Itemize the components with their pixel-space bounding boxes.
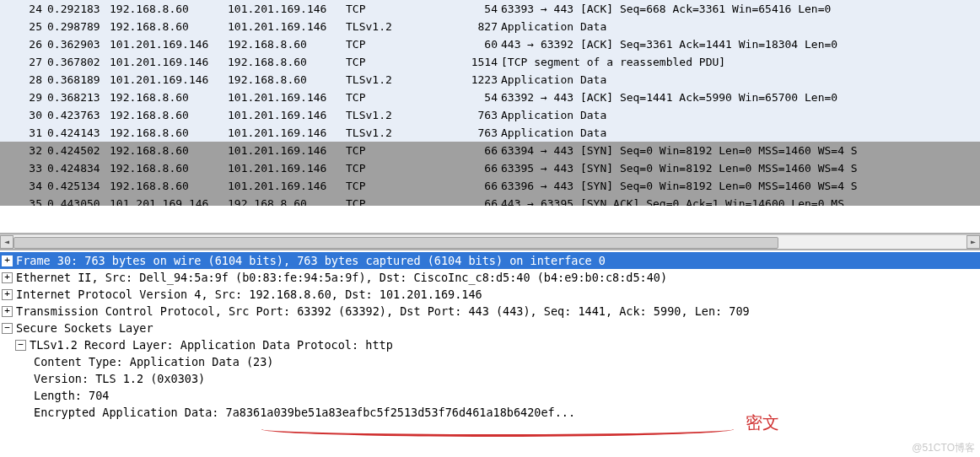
hscroll-left-button[interactable]: ◄ <box>0 235 13 249</box>
packet-time: 0.368213 <box>47 89 110 106</box>
packet-time: 0.298789 <box>47 18 110 35</box>
details-version-row[interactable]: Version: TLS 1.2 (0x0303) <box>0 370 980 387</box>
details-tcp-row[interactable]: + Transmission Control Protocol, Src Por… <box>0 303 980 320</box>
packet-protocol: TCP <box>346 177 407 195</box>
packet-info: 63396 → 443 [SYN] Seq=0 Win=8192 Len=0 M… <box>501 177 980 195</box>
packet-no: 29 <box>17 89 47 106</box>
details-frame-text: Frame 30: 763 bytes on wire (6104 bits),… <box>16 252 980 269</box>
packet-row[interactable]: 270.367802101.201.169.146192.168.8.60TCP… <box>0 53 980 71</box>
packet-destination: 101.201.169.146 <box>228 142 346 159</box>
details-ssl-row[interactable]: − Secure Sockets Layer <box>0 320 980 336</box>
packet-list-hscroll[interactable]: ◄ ► <box>0 234 980 250</box>
expand-icon[interactable]: + <box>2 289 13 300</box>
packet-length: 763 <box>407 124 501 142</box>
packet-source: 192.168.8.60 <box>110 89 228 106</box>
packet-info: 63393 → 443 [ACK] Seq=668 Ack=3361 Win=6… <box>501 0 980 18</box>
details-ethernet-text: Ethernet II, Src: Dell_94:5a:9f (b0:83:f… <box>16 269 980 286</box>
packet-protocol: TLSv1.2 <box>346 106 407 124</box>
packet-no: 31 <box>17 124 47 142</box>
packet-no: 30 <box>17 106 47 124</box>
details-ethernet-row[interactable]: + Ethernet II, Src: Dell_94:5a:9f (b0:83… <box>0 269 980 286</box>
packet-time: 0.292183 <box>47 0 110 18</box>
packet-no: 24 <box>17 0 47 18</box>
details-content-type-text: Content Type: Application Data (23) <box>34 353 980 370</box>
packet-row[interactable]: 260.362903101.201.169.146192.168.8.60TCP… <box>0 35 980 53</box>
packet-row[interactable]: 300.423763192.168.8.60101.201.169.146TLS… <box>0 106 980 124</box>
details-tcp-text: Transmission Control Protocol, Src Port:… <box>16 303 980 320</box>
packet-protocol: TLSv1.2 <box>346 124 407 142</box>
packet-destination: 192.168.8.60 <box>228 53 346 71</box>
details-ip-row[interactable]: + Internet Protocol Version 4, Src: 192.… <box>0 286 980 303</box>
packet-time: 0.424834 <box>47 159 110 177</box>
details-ssl-text: Secure Sockets Layer <box>16 320 980 336</box>
expand-icon[interactable]: + <box>2 272 13 283</box>
annotation-label: 密文 <box>746 411 779 434</box>
packet-protocol: TCP <box>346 35 407 53</box>
packet-no: 27 <box>17 53 47 71</box>
details-encrypted-data-row[interactable]: Encrypted Application Data: 7a8361a039be… <box>0 404 980 421</box>
packet-no: 34 <box>17 177 47 195</box>
packet-source: 101.201.169.146 <box>110 35 228 53</box>
packet-no: 26 <box>17 35 47 53</box>
hscroll-thumb[interactable] <box>13 237 778 249</box>
packet-length: 1223 <box>407 71 501 89</box>
packet-info: 63395 → 443 [SYN] Seq=0 Win=8192 Len=0 M… <box>501 159 980 177</box>
packet-source: 101.201.169.146 <box>110 195 228 206</box>
collapse-icon[interactable]: − <box>2 323 13 334</box>
annotation-underline <box>261 429 734 437</box>
packet-row[interactable]: 330.424834192.168.8.60101.201.169.146TCP… <box>0 159 980 177</box>
hscroll-right-button[interactable]: ► <box>967 235 980 249</box>
packet-info: 63392 → 443 [ACK] Seq=1441 Ack=5990 Win=… <box>501 89 980 106</box>
packet-destination: 101.201.169.146 <box>228 89 346 106</box>
packet-length: 66 <box>407 142 501 159</box>
packet-info: Application Data <box>501 106 980 124</box>
packet-no: 28 <box>17 71 47 89</box>
packet-source: 101.201.169.146 <box>110 53 228 71</box>
packet-protocol: TCP <box>346 89 407 106</box>
packet-info: 443 → 63395 [SYN ACK] Seq=0 Ack=1 Win=14… <box>501 195 980 206</box>
packet-source: 192.168.8.60 <box>110 0 228 18</box>
details-tls-record-row[interactable]: − TLSv1.2 Record Layer: Application Data… <box>0 336 980 353</box>
packet-destination: 192.168.8.60 <box>228 71 346 89</box>
packet-no: 35 <box>17 195 47 206</box>
packet-info: Application Data <box>501 124 980 142</box>
details-frame-row[interactable]: + Frame 30: 763 bytes on wire (6104 bits… <box>0 252 980 269</box>
details-content-type-row[interactable]: Content Type: Application Data (23) <box>0 353 980 370</box>
packet-destination: 101.201.169.146 <box>228 124 346 142</box>
details-length-row[interactable]: Length: 704 <box>0 387 980 404</box>
packet-info: [TCP segment of a reassembled PDU] <box>501 53 980 71</box>
packet-length: 54 <box>407 89 501 106</box>
collapse-icon[interactable]: − <box>15 340 26 351</box>
packet-length: 54 <box>407 0 501 18</box>
packet-info: 443 → 63392 [ACK] Seq=3361 Ack=1441 Win=… <box>501 35 980 53</box>
packet-time: 0.367802 <box>47 53 110 71</box>
packet-destination: 192.168.8.60 <box>228 35 346 53</box>
packet-source: 192.168.8.60 <box>110 159 228 177</box>
packet-row[interactable]: 310.424143192.168.8.60101.201.169.146TLS… <box>0 124 980 142</box>
packet-protocol: TCP <box>346 142 407 159</box>
packet-row[interactable]: 350.443050101.201.169.146192.168.8.60TCP… <box>0 195 980 206</box>
packet-row[interactable]: 340.425134192.168.8.60101.201.169.146TCP… <box>0 177 980 195</box>
packet-destination: 192.168.8.60 <box>228 195 346 206</box>
packet-row[interactable]: 320.424502192.168.8.60101.201.169.146TCP… <box>0 142 980 159</box>
packet-row[interactable]: 290.368213192.168.8.60101.201.169.146TCP… <box>0 89 980 106</box>
expand-icon[interactable]: + <box>2 306 13 317</box>
details-tls-record-text: TLSv1.2 Record Layer: Application Data P… <box>30 336 980 353</box>
packet-protocol: TCP <box>346 0 407 18</box>
packet-length: 66 <box>407 159 501 177</box>
packet-info: Application Data <box>501 18 980 35</box>
packet-protocol: TCP <box>346 195 407 206</box>
details-encrypted-data-text: Encrypted Application Data: 7a8361a039be… <box>34 404 980 421</box>
expand-icon[interactable]: + <box>2 255 13 266</box>
packet-row[interactable]: 250.298789192.168.8.60101.201.169.146TLS… <box>0 18 980 35</box>
packet-length: 60 <box>407 35 501 53</box>
packet-destination: 101.201.169.146 <box>228 106 346 124</box>
packet-length: 66 <box>407 177 501 195</box>
packet-length: 763 <box>407 106 501 124</box>
packet-list-pane[interactable]: 240.292183192.168.8.60101.201.169.146TCP… <box>0 0 980 234</box>
packet-row[interactable]: 280.368189101.201.169.146192.168.8.60TLS… <box>0 71 980 89</box>
packet-row[interactable]: 240.292183192.168.8.60101.201.169.146TCP… <box>0 0 980 18</box>
packet-details-pane[interactable]: + Frame 30: 763 bytes on wire (6104 bits… <box>0 250 980 421</box>
packet-destination: 101.201.169.146 <box>228 0 346 18</box>
packet-destination: 101.201.169.146 <box>228 18 346 35</box>
